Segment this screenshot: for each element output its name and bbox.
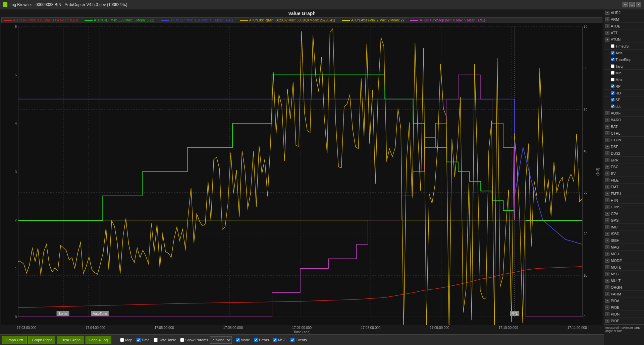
expand-icon-ev[interactable]: + <box>605 171 609 176</box>
checkbox-max[interactable] <box>611 78 614 81</box>
expand-icon-isbd[interactable]: + <box>605 232 609 236</box>
checkbox-sp[interactable] <box>611 98 614 101</box>
expand-icon-mult[interactable]: + <box>605 279 609 283</box>
sidebar-item-pidn[interactable]: +PIDN <box>604 311 644 318</box>
sidebar-item-parm[interactable]: +PARM <box>604 291 644 297</box>
time-checkbox[interactable] <box>137 338 141 342</box>
expand-icon-baro[interactable]: + <box>605 118 609 122</box>
checkbox-rd[interactable] <box>611 91 614 95</box>
expand-icon-auxf[interactable]: + <box>605 111 609 115</box>
sidebar-item-dsf[interactable]: +DSF <box>604 143 644 150</box>
expand-icon-mode[interactable]: + <box>605 259 609 263</box>
expand-icon-gps[interactable]: + <box>605 218 609 222</box>
sidebar-item-isbh[interactable]: +ISBH <box>604 237 644 244</box>
events-checkbox[interactable] <box>290 338 294 342</box>
expand-icon-pidp[interactable]: + <box>605 319 609 323</box>
sidebar-item-atde[interactable]: +ATDE <box>604 23 644 29</box>
sidebar-item-pida[interactable]: +PIDA <box>604 297 644 304</box>
expand-icon-mag[interactable]: + <box>605 245 609 249</box>
sidebar-item-imu[interactable]: +IMU <box>604 224 644 230</box>
sidebar-item-ddt[interactable]: ddt <box>604 103 644 110</box>
sidebar-item-gpa[interactable]: +GPA <box>604 210 644 217</box>
expand-icon-bat[interactable]: + <box>605 125 609 129</box>
expand-icon-pide[interactable]: + <box>605 305 609 309</box>
expand-icon-dsf[interactable]: + <box>605 145 609 149</box>
expand-icon-ahr2[interactable]: + <box>605 11 609 15</box>
minimize-button[interactable]: ─ <box>623 2 628 7</box>
expand-icon-fmt[interactable]: + <box>605 185 609 189</box>
sidebar-item-arm[interactable]: +ARM <box>604 16 644 23</box>
sidebar-item-mode[interactable]: +MODE <box>604 257 644 264</box>
graph-canvas-container[interactable] <box>1 23 602 325</box>
sidebar-item-ctrl[interactable]: +CTRL <box>604 130 644 137</box>
expand-icon-ftns[interactable]: + <box>605 205 609 209</box>
sidebar-item-fmt[interactable]: +FMT <box>604 184 644 190</box>
expand-icon-isbh[interactable]: + <box>605 238 609 243</box>
expand-icon-esc[interactable]: + <box>605 165 609 169</box>
checkbox-timeus[interactable] <box>611 44 614 48</box>
expand-icon-fmtu[interactable]: + <box>605 192 609 196</box>
sidebar-item-att[interactable]: +ATT <box>604 29 644 36</box>
mode-checkbox-label[interactable]: Mode <box>236 338 250 342</box>
expand-icon-msg[interactable]: + <box>605 272 609 276</box>
expand-icon-ftn[interactable]: + <box>605 198 609 202</box>
sidebar-item-msg[interactable]: +MSG <box>604 271 644 277</box>
sidebar-item-ctun[interactable]: +CTUN <box>604 137 644 143</box>
msg-checkbox[interactable] <box>273 338 277 342</box>
expand-icon-gpa[interactable]: + <box>605 212 609 216</box>
main-chart[interactable] <box>1 23 602 325</box>
sidebar-item-fmtu[interactable]: +FMTU <box>604 190 644 197</box>
sidebar-item-gps[interactable]: +GPS <box>604 217 644 224</box>
expand-icon-file[interactable]: + <box>605 178 609 182</box>
sidebar-item-ftn[interactable]: +FTN <box>604 197 644 204</box>
errors-checkbox-label[interactable]: Errors <box>254 338 269 342</box>
expand-icon-att[interactable]: + <box>605 31 609 35</box>
close-button[interactable]: ✕ <box>636 2 641 7</box>
expand-icon-pida[interactable]: + <box>605 299 609 303</box>
clear-graph-button[interactable]: Clear Graph <box>57 336 84 344</box>
events-checkbox-label[interactable]: Events <box>290 338 307 342</box>
sidebar-item-file[interactable]: +FILE <box>604 177 644 184</box>
sidebar-item-ahr2[interactable]: +AHR2 <box>604 9 644 16</box>
expand-icon-orgn[interactable]: + <box>605 285 609 289</box>
checkbox-axis[interactable] <box>611 51 614 55</box>
data-table-checkbox[interactable] <box>154 338 158 342</box>
checkbox-min[interactable] <box>611 71 614 75</box>
expand-icon-mcu[interactable]: + <box>605 252 609 256</box>
sidebar-item-bat[interactable]: +BAT <box>604 123 644 130</box>
expand-icon-imu[interactable]: + <box>605 225 609 229</box>
graph-right-button[interactable]: Graph Right <box>28 336 55 344</box>
expand-icon-atde[interactable]: + <box>605 24 609 28</box>
sidebar-item-pide[interactable]: +PIDE <box>604 304 644 311</box>
sidebar-item-ev[interactable]: +EV <box>604 170 644 177</box>
axis-dropdown[interactable]: a/None a/Pitch a/Roll a/Yaw <box>210 336 232 344</box>
sidebar-item-mcu[interactable]: +MCU <box>604 251 644 257</box>
expand-icon-atun[interactable]: ▼ <box>605 38 609 42</box>
expand-icon-parm[interactable]: + <box>605 292 609 296</box>
sidebar-item-baro[interactable]: +BARO <box>604 117 644 123</box>
sidebar-item-isbd[interactable]: +ISBD <box>604 230 644 237</box>
errors-checkbox[interactable] <box>254 338 258 342</box>
sidebar-item-axis[interactable]: Axis <box>604 50 644 56</box>
sidebar-item-mag[interactable]: +MAG <box>604 244 644 251</box>
sidebar-item-rp[interactable]: RP <box>604 83 644 90</box>
sidebar-item-pidp[interactable]: +PIDP <box>604 318 644 324</box>
time-checkbox-label[interactable]: Time <box>137 338 150 342</box>
sidebar-item-timeus[interactable]: TimeUS <box>604 43 644 50</box>
checkbox-rp[interactable] <box>611 84 614 88</box>
checkbox-ddt[interactable] <box>611 105 614 108</box>
expand-icon-arm[interactable]: + <box>605 17 609 21</box>
expand-icon-pidn[interactable]: + <box>605 312 609 316</box>
map-checkbox[interactable] <box>120 338 124 342</box>
sidebar-item-mult[interactable]: +MULT <box>604 277 644 284</box>
expand-icon-du32[interactable]: + <box>605 151 609 155</box>
sidebar-item-auxf[interactable]: +AUXF <box>604 110 644 117</box>
sidebar-item-max[interactable]: Max <box>604 76 644 83</box>
map-checkbox-label[interactable]: Map <box>120 338 132 342</box>
checkbox-targ[interactable] <box>611 64 614 68</box>
sidebar-item-sp[interactable]: SP <box>604 96 644 103</box>
sidebar-item-atun[interactable]: ▼ATUN <box>604 36 644 43</box>
load-a-log-button[interactable]: Load A Log <box>86 336 111 344</box>
expand-icon-ctrl[interactable]: + <box>605 131 609 135</box>
expand-icon-motb[interactable]: + <box>605 265 609 269</box>
